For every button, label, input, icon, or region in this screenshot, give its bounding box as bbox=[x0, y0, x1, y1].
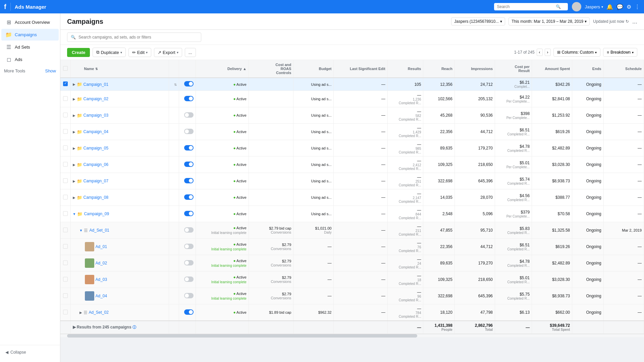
row-checkbox[interactable] bbox=[63, 228, 68, 232]
campaign-toggle[interactable] bbox=[184, 81, 194, 86]
sidebar-item-ad-sets[interactable]: ☰ Ad Sets bbox=[1, 41, 59, 53]
header-more-btn[interactable]: ... bbox=[632, 18, 637, 25]
toggle-cell[interactable] bbox=[179, 206, 196, 222]
expand-btn[interactable]: ▼ bbox=[73, 212, 76, 216]
settings-icon[interactable]: ⚙ bbox=[627, 4, 631, 10]
adset-name-link[interactable]: Ad_Set_01 bbox=[89, 228, 109, 233]
impressions-column-header[interactable]: Impressions bbox=[454, 60, 495, 78]
row-checkbox-cell[interactable] bbox=[60, 107, 70, 124]
expand-btn[interactable]: ▶ bbox=[73, 114, 75, 117]
row-checkbox-cell[interactable] bbox=[60, 157, 70, 173]
expand-btn[interactable]: ▶ bbox=[79, 311, 82, 314]
topbar-user[interactable]: Jaspers ▾ bbox=[585, 4, 603, 9]
toggle-cell[interactable] bbox=[179, 107, 196, 124]
sidebar-item-account-overview[interactable]: ⊞ Account Overview bbox=[1, 16, 59, 28]
row-checkbox-cell[interactable] bbox=[60, 255, 70, 272]
row-checkbox[interactable] bbox=[63, 310, 68, 314]
campaign-name-link[interactable]: Campaign_01 bbox=[84, 82, 109, 87]
topbar-search-box[interactable]: 🔍 bbox=[494, 3, 568, 10]
chat-icon[interactable]: 💬 bbox=[616, 4, 623, 10]
topbar-search-input[interactable] bbox=[497, 4, 554, 9]
campaign-search-box[interactable]: 🔍 bbox=[67, 33, 201, 42]
row-checkbox-cell[interactable] bbox=[60, 272, 70, 288]
menu-icon[interactable]: ⋮ bbox=[635, 4, 640, 10]
date-range-btn[interactable]: This month: Mar 1, 2019 – Mar 28, 2019 ▾ bbox=[508, 17, 590, 25]
toggle-cell[interactable] bbox=[179, 78, 196, 91]
row-checkbox[interactable] bbox=[63, 129, 68, 134]
toggle-cell[interactable] bbox=[179, 288, 196, 304]
columns-btn[interactable]: ⊞ Columns: Custom ▾ bbox=[553, 48, 600, 57]
select-all-header[interactable] bbox=[60, 60, 70, 78]
row-checkbox[interactable] bbox=[63, 195, 68, 199]
ad-name-link[interactable]: Ad_03 bbox=[96, 277, 107, 282]
expand-btn[interactable]: ▶ bbox=[73, 146, 75, 150]
adset-name-link[interactable]: Ad_Set_02 bbox=[89, 310, 109, 315]
row-checkbox-cell[interactable] bbox=[60, 189, 70, 206]
sidebar-more-tools[interactable]: More Tools Show bbox=[0, 66, 60, 76]
show-label[interactable]: Show bbox=[45, 68, 56, 73]
row-checkbox-cell[interactable]: ✓ bbox=[60, 78, 70, 91]
ad-toggle[interactable] bbox=[184, 260, 194, 265]
reach-column-header[interactable]: Reach bbox=[423, 60, 454, 78]
edit-button[interactable]: ✏ Edit ▾ bbox=[128, 48, 151, 57]
row-checkbox-cell[interactable] bbox=[60, 140, 70, 157]
ad-name-link[interactable]: Ad_01 bbox=[96, 244, 107, 249]
row-checkbox[interactable] bbox=[63, 277, 68, 282]
amount-spent-column-header[interactable]: Amount Spent bbox=[532, 60, 572, 78]
notifications-icon[interactable]: 🔔 bbox=[606, 4, 613, 10]
account-selector-btn[interactable]: Jaspers (12345678910... ▾ bbox=[451, 17, 505, 25]
ad-toggle[interactable] bbox=[184, 244, 194, 249]
campaign-name-link[interactable]: Campaign_06 bbox=[84, 162, 109, 167]
row-checkbox[interactable] bbox=[63, 211, 68, 216]
adset-toggle[interactable] bbox=[184, 309, 194, 315]
campaign-name-link[interactable]: Campaign_05 bbox=[84, 146, 109, 150]
sidebar-item-ads[interactable]: ◻ Ads bbox=[1, 54, 59, 65]
refresh-icon[interactable]: ↻ bbox=[626, 19, 629, 24]
delivery-column-header[interactable]: Delivery ▲ bbox=[196, 60, 249, 78]
row-checkbox-cell[interactable] bbox=[60, 239, 70, 255]
sidebar-collapse-btn[interactable]: ◀ Collapse bbox=[3, 348, 57, 357]
pagination-prev-btn[interactable]: ‹ bbox=[537, 49, 543, 56]
row-checkbox[interactable] bbox=[63, 96, 68, 101]
pagination-next-btn[interactable]: › bbox=[545, 49, 551, 56]
row-checkbox[interactable] bbox=[63, 293, 68, 298]
ad-name-link[interactable]: Ad_02 bbox=[96, 261, 107, 265]
user-avatar-icon[interactable] bbox=[572, 2, 581, 11]
campaign-name-link[interactable]: Campaign_04 bbox=[84, 129, 109, 134]
row-checkbox-cell[interactable] bbox=[60, 206, 70, 222]
row-checkbox-cell[interactable] bbox=[60, 304, 70, 321]
toggle-cell[interactable] bbox=[179, 304, 196, 321]
schedule-column-header[interactable]: Schedule bbox=[603, 60, 644, 78]
row-checkbox[interactable] bbox=[63, 244, 68, 249]
campaign-toggle[interactable] bbox=[184, 96, 194, 101]
expand-btn[interactable]: ▶ bbox=[73, 130, 75, 134]
expand-btn[interactable]: ▼ bbox=[79, 229, 83, 232]
toggle-cell[interactable] bbox=[179, 255, 196, 272]
toggle-cell[interactable] bbox=[179, 91, 196, 107]
campaign-search-input[interactable] bbox=[78, 35, 198, 40]
campaign-toggle[interactable] bbox=[184, 194, 194, 200]
cost-per-result-column-header[interactable]: Cost perResult bbox=[495, 60, 532, 78]
row-checkbox-cell[interactable] bbox=[60, 91, 70, 107]
sidebar-item-campaigns[interactable]: 📁 Campaigns bbox=[1, 29, 59, 41]
expand-btn[interactable]: ▶ bbox=[73, 97, 75, 101]
create-button[interactable]: Create bbox=[67, 48, 90, 57]
toggle-cell[interactable] bbox=[179, 222, 196, 239]
campaign-toggle[interactable] bbox=[184, 129, 194, 134]
campaign-toggle[interactable] bbox=[184, 178, 194, 183]
campaign-toggle[interactable] bbox=[184, 162, 194, 167]
row-checkbox[interactable] bbox=[63, 145, 68, 150]
campaign-name-link[interactable]: Campaign_03 bbox=[84, 113, 109, 118]
toggle-cell[interactable] bbox=[179, 157, 196, 173]
row-checkbox-cell[interactable] bbox=[60, 173, 70, 189]
campaign-toggle[interactable] bbox=[184, 145, 194, 150]
ad-toggle[interactable] bbox=[184, 293, 194, 298]
last-edit-column-header[interactable]: Last Significant Edit bbox=[334, 60, 387, 78]
toggle-cell[interactable] bbox=[179, 239, 196, 255]
budget-column-header[interactable]: Budget bbox=[293, 60, 334, 78]
toggle-cell[interactable] bbox=[179, 272, 196, 288]
expand-btn[interactable]: ▶ bbox=[73, 179, 75, 183]
row-checkbox[interactable] bbox=[63, 113, 68, 117]
ad-name-link[interactable]: Ad_04 bbox=[96, 294, 107, 298]
toggle-cell[interactable] bbox=[179, 124, 196, 140]
